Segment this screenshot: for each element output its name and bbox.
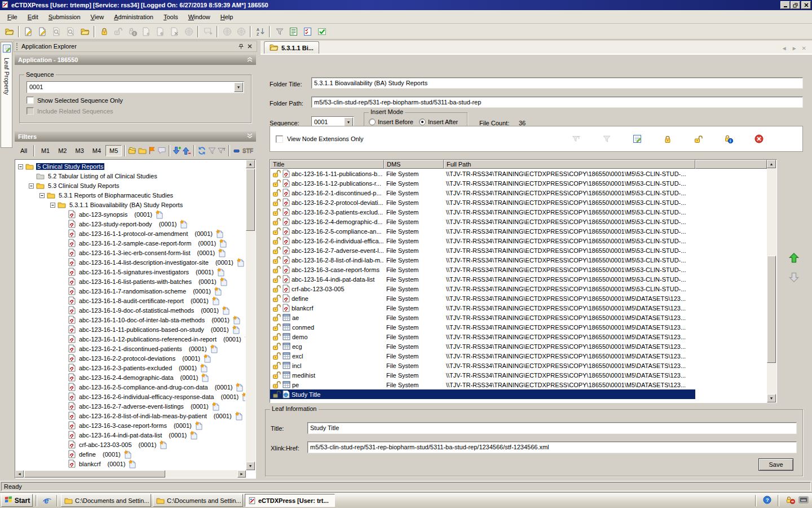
tree-node[interactable]: abc-123-16-2-8-list-of-indi-lab-meas-by-… [17,411,245,421]
tab-next-icon[interactable]: ► [792,45,797,51]
tree-node[interactable]: abc-123-16-2-4-demographic-data(0001) [17,373,245,382]
edit-document-button[interactable] [36,25,50,38]
table-row[interactable]: abc-123-16-2-1-discontinued-p...File Sys… [270,188,767,198]
table-row[interactable]: abc-123-16-2-3-patients-exclud...File Sy… [270,207,767,217]
legend-dash-icon[interactable] [232,144,241,157]
collapse-chevron-icon[interactable] [247,56,253,63]
tree-node[interactable]: abc-123-16-3-case-report-forms(0001) [17,421,245,430]
filter-button[interactable] [272,25,286,38]
lock-button[interactable] [97,25,111,38]
table-row[interactable]: medihistFile System\\TJV-TR-RSS34\TRAINI… [270,370,767,380]
comments-icon[interactable] [157,144,166,157]
sequence-combobox[interactable]: 0001 ▼ [27,81,244,93]
tree-horizontal-scrollbar[interactable]: ◄ ► [15,470,246,478]
menu-tools[interactable]: Tools [158,11,183,23]
tree-node[interactable]: 5.3.1.1 Bioavailability (BA) Study Repor… [17,200,245,209]
tree-node[interactable]: abc-123-16-1-5-signatures-investigators(… [17,267,245,277]
pin-icon[interactable] [236,42,245,50]
move-up-button[interactable] [787,251,801,265]
menu-view[interactable]: View [86,11,109,23]
expander-minus-icon[interactable] [39,192,45,198]
table-row[interactable]: abc-123-16-1-11-publications-b...File Sy… [270,169,767,178]
filter-gray-icon[interactable] [207,144,216,157]
table-row[interactable]: abc-123-16-4-indi-pat-data-listFile Syst… [270,274,767,284]
folder-path-field[interactable]: m5/53-clin-stud-rep/531-rep-biopharm-stu… [311,97,803,108]
table-row[interactable]: abc-123-16-3-case-report-formsFile Syste… [270,265,767,274]
close-panel-icon[interactable] [245,42,254,50]
filter-tab-all[interactable]: All [16,145,31,156]
restore-button[interactable] [791,1,800,9]
leaf-title-field[interactable]: Study Title [307,422,797,434]
table-row[interactable]: abc-123-16-2-6-individual-effica...File … [270,236,767,246]
tree-node[interactable]: abc-123-16-1-4-list-description-investig… [17,257,245,267]
drag-grip[interactable] [16,43,19,50]
lock-icon-button[interactable] [661,133,674,145]
tree-node[interactable]: abc-123-16-2-3-patients-excluded(0001) [17,363,245,373]
tree-node[interactable]: abc-123-16-1-1-protocol-or-amendment(000… [17,229,245,238]
tree-node[interactable]: abc-123-16-1-3-iec-erb-consent-form-list… [17,248,245,257]
tab-prev-icon[interactable]: ◄ [782,45,787,51]
refresh-icon[interactable] [197,144,206,157]
tree-node[interactable]: abc-123-synopsis(0001) [17,209,245,219]
table-row[interactable]: demoFile System\\TJV-TR-RSS34\TRAINING\E… [270,332,767,341]
column-header-full-path[interactable]: Full Path [444,160,695,169]
report-view-button[interactable] [286,25,301,38]
table-row[interactable]: abc-123-16-2-5-compliance-an...File Syst… [270,226,767,236]
filters-section-header[interactable]: Filters [15,132,256,142]
security-tray-icon[interactable] [785,496,795,505]
tree-node[interactable]: abc-123-16-1-10-doc-of-inter-lab-sta-met… [17,315,245,325]
insert-after-radio[interactable] [419,119,426,125]
table-row[interactable]: ecgFile System\\TJV-TR-RSS34\TRAINING\EC… [270,341,767,351]
internet-explorer-icon[interactable]: e [40,494,54,507]
table-row[interactable]: abc-123-16-2-8-list-of-indi-lab-m...File… [270,255,767,265]
tab-close-icon[interactable]: ✕ [802,45,806,51]
filter-text-gray-icon[interactable]: T [217,144,226,157]
taskbar-button-2[interactable]: C:\Documents and Settin... [153,494,243,507]
tree-node[interactable]: define(0001) [17,449,245,459]
table-row[interactable]: blankcrfFile System\\TJV-TR-RSS34\TRAINI… [270,303,767,313]
export-folder-button[interactable] [78,25,92,38]
tree-vertical-scrollbar[interactable]: ▲ ▼ [246,160,255,470]
table-row[interactable]: conmedFile System\\TJV-TR-RSS34\TRAINING… [270,322,767,332]
table-vertical-scrollbar[interactable]: ▲ ▼ [767,160,776,402]
table-row[interactable]: abc-123-16-2-2-protocol-deviati...File S… [270,198,767,207]
tree-node[interactable]: abc-123-16-1-9-doc-of-statistical-method… [17,305,245,315]
copy-folder-icon[interactable] [138,144,147,157]
folder-title-field[interactable]: 5.3.1.1 Bioavailability (BA) Study Repor… [311,77,803,89]
table-row[interactable]: abc-123-16-1-12-publications-r...File Sy… [270,178,767,188]
taskbar-button-3[interactable]: eCTDXPress [User: trt... [245,494,335,507]
filter-tab-m5[interactable]: M5 [105,145,122,156]
start-button[interactable]: Start [1,494,33,507]
tree-node[interactable]: abc-123-16-2-6-individual-efficacy-respo… [17,392,245,401]
new-document-button[interactable] [21,25,36,38]
table-row[interactable]: Study Title [270,389,767,399]
tree-node[interactable]: abc-123-16-1-7-randomisation-scheme(0001… [17,286,245,296]
column-header-dms[interactable]: DMS [384,160,444,169]
edit-note-icon-button[interactable] [631,133,643,145]
tree-node[interactable]: abc-123-16-2-7-adverse-event-listings(00… [17,401,245,411]
menu-administration[interactable]: Administration [109,11,158,23]
filter-tab-m3[interactable]: M3 [71,145,87,156]
leaf-property-tab[interactable]: Leaf Property [1,42,12,148]
tree-node[interactable]: abc-123-16-1-12-publications-referenced-… [17,334,245,344]
application-section-header[interactable]: Application - 186550 [15,55,256,65]
minimize-button[interactable] [780,1,790,9]
table-row[interactable]: aeFile System\\TJV-TR-RSS34\TRAINING\ECT… [270,313,767,322]
table-row[interactable]: exclFile System\\TJV-TR-RSS34\TRAINING\E… [270,351,767,361]
taskbar-button-1[interactable]: C:\Documents and Settin... [61,494,151,507]
copy-node-icon[interactable] [128,144,137,157]
insert-before-radio[interactable] [369,119,376,125]
sort-az-button[interactable]: AZ [253,25,267,38]
tree-node[interactable]: abc-123-16-4-indi-pat-data-list(0001) [17,430,245,440]
delete-icon-button[interactable] [753,133,765,145]
table-row[interactable]: peFile System\\TJV-TR-RSS34\TRAINING\ECT… [270,380,767,389]
lock-info-icon-button[interactable]: i [722,133,735,145]
remove-node-icon[interactable] [182,144,191,157]
validate-button[interactable] [301,25,315,38]
unlock-icon-button[interactable] [692,133,704,145]
tab-5311-bioavailability[interactable]: 5.3.1.1 Bi... [264,41,319,54]
table-row[interactable]: inclFile System\\TJV-TR-RSS34\TRAINING\E… [270,361,767,370]
expander-minus-icon[interactable] [29,183,34,188]
tree-node[interactable]: abc-123-16-2-2-protocol-deviations(0001) [17,353,245,363]
close-button[interactable] [801,1,811,9]
